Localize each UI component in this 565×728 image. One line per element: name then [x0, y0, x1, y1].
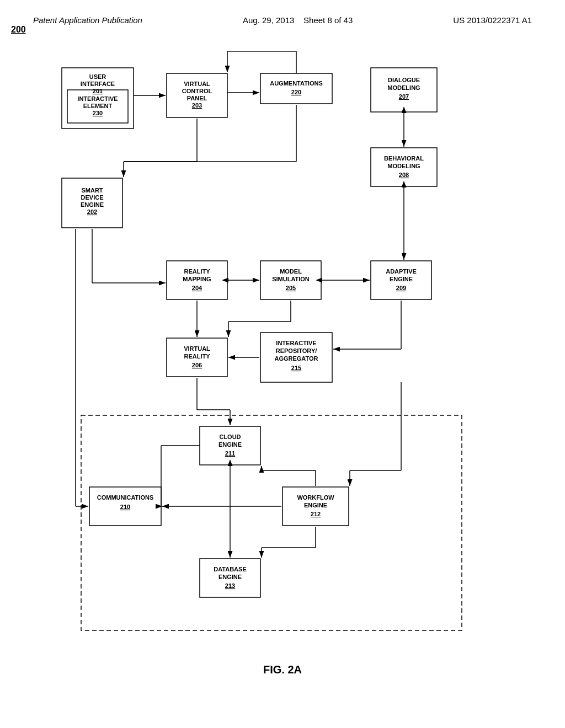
- svg-text:203: 203: [192, 102, 202, 109]
- svg-text:209: 209: [396, 285, 406, 291]
- svg-text:VIRTUAL: VIRTUAL: [184, 345, 210, 352]
- ui-num: 201: [93, 88, 103, 94]
- ie-label2: ELEMENT: [83, 103, 113, 109]
- svg-text:DEVICE: DEVICE: [81, 194, 104, 201]
- svg-text:MODELING: MODELING: [387, 163, 420, 169]
- page-header: Patent Application Publication Aug. 29, …: [0, 0, 565, 25]
- svg-text:ENGINE: ENGINE: [218, 441, 242, 448]
- svg-text:AGGREGATOR: AGGREGATOR: [274, 355, 318, 362]
- svg-text:PANEL: PANEL: [187, 95, 207, 101]
- ui-label2: INTERFACE: [81, 81, 115, 87]
- svg-text:COMMUNICATIONS: COMMUNICATIONS: [97, 494, 153, 501]
- svg-text:DIALOGUE: DIALOGUE: [388, 77, 420, 83]
- svg-text:SMART: SMART: [81, 187, 103, 194]
- svg-text:212: 212: [311, 511, 321, 517]
- ie-label: INTERACTIVE: [77, 95, 118, 102]
- svg-text:MODELING: MODELING: [387, 84, 420, 91]
- svg-text:SIMULATION: SIMULATION: [272, 276, 310, 282]
- svg-text:206: 206: [192, 362, 202, 368]
- svg-text:REALITY: REALITY: [184, 268, 210, 275]
- svg-text:REALITY: REALITY: [184, 353, 210, 360]
- svg-text:WORKFLOW: WORKFLOW: [297, 494, 334, 501]
- ui-label: USER: [89, 73, 106, 80]
- svg-text:ENGINE: ENGINE: [390, 276, 413, 282]
- svg-text:205: 205: [286, 285, 296, 291]
- svg-text:208: 208: [399, 172, 409, 178]
- diagram-svg: USER INTERFACE 201 INTERACTIVE ELEMENT 2…: [45, 51, 520, 647]
- svg-text:AUGMENTATIONS: AUGMENTATIONS: [270, 80, 323, 87]
- header-left: Patent Application Publication: [33, 15, 142, 25]
- svg-text:REPOSITORY/: REPOSITORY/: [276, 347, 317, 354]
- svg-text:207: 207: [399, 93, 409, 100]
- diagram-number: 200: [11, 25, 565, 35]
- svg-text:MAPPING: MAPPING: [183, 276, 211, 282]
- svg-text:211: 211: [225, 450, 235, 457]
- ie-num: 230: [93, 110, 103, 116]
- svg-text:ENGINE: ENGINE: [218, 574, 242, 580]
- svg-text:DATABASE: DATABASE: [214, 566, 246, 572]
- svg-text:VIRTUAL: VIRTUAL: [184, 81, 210, 87]
- svg-text:220: 220: [291, 89, 301, 95]
- diagram-container: USER INTERFACE 201 INTERACTIVE ELEMENT 2…: [45, 51, 520, 647]
- svg-text:210: 210: [120, 504, 130, 510]
- svg-text:ENGINE: ENGINE: [81, 201, 104, 208]
- svg-text:202: 202: [87, 208, 97, 215]
- header-center: Aug. 29, 2013 Sheet 8 of 43: [243, 15, 353, 25]
- fig-label: FIG. 2A: [0, 663, 565, 687]
- svg-text:CONTROL: CONTROL: [182, 88, 212, 94]
- svg-text:ADAPTIVE: ADAPTIVE: [386, 268, 417, 275]
- svg-text:213: 213: [225, 582, 235, 589]
- svg-text:ENGINE: ENGINE: [304, 502, 327, 508]
- svg-text:BEHAVIORAL: BEHAVIORAL: [384, 155, 424, 162]
- header-right: US 2013/0222371 A1: [453, 15, 532, 25]
- svg-text:204: 204: [192, 285, 202, 291]
- svg-text:215: 215: [291, 365, 301, 371]
- svg-text:MODEL: MODEL: [280, 268, 302, 275]
- svg-text:INTERACTIVE: INTERACTIVE: [276, 340, 316, 346]
- svg-text:CLOUD: CLOUD: [219, 433, 241, 440]
